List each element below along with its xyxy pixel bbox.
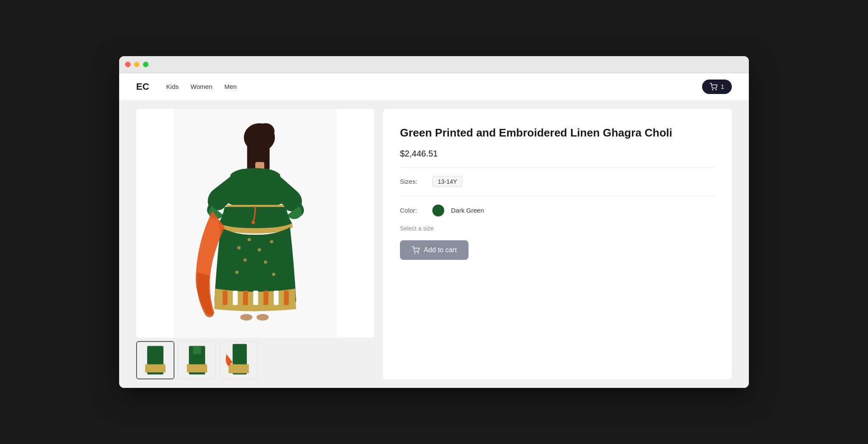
add-to-cart-button[interactable]: Add to cart: [400, 240, 468, 260]
svg-point-21: [235, 270, 239, 274]
svg-rect-35: [228, 364, 249, 373]
select-size-prompt: Select a size: [400, 225, 715, 232]
color-row: Color: Dark Green: [400, 205, 715, 216]
minimize-button[interactable]: [134, 62, 140, 67]
nav-links: Kids Women Men: [166, 83, 702, 90]
svg-point-17: [258, 248, 261, 252]
cart-button[interactable]: 1: [702, 80, 732, 94]
titlebar: [119, 56, 749, 73]
product-title: Green Printed and Embroidered Linen Ghag…: [400, 126, 715, 140]
svg-rect-14: [284, 291, 289, 305]
svg-rect-28: [145, 364, 166, 373]
add-to-cart-label: Add to cart: [424, 246, 457, 254]
divider-1: [400, 167, 715, 168]
svg-point-19: [243, 259, 247, 262]
product-details-panel: Green Printed and Embroidered Linen Ghag…: [383, 109, 732, 379]
svg-rect-9: [233, 291, 238, 305]
sizes-row: Sizes: 13-14Y: [400, 176, 715, 187]
svg-point-37: [418, 253, 419, 253]
svg-point-18: [270, 240, 274, 243]
svg-point-1: [716, 89, 717, 90]
svg-point-0: [712, 89, 713, 90]
svg-rect-32: [193, 346, 201, 354]
thumbnail-1[interactable]: [136, 341, 174, 379]
svg-point-16: [248, 238, 251, 242]
svg-point-22: [272, 273, 275, 276]
svg-rect-13: [274, 291, 279, 305]
main-content: Green Printed and Embroidered Linen Ghag…: [119, 100, 749, 388]
size-value[interactable]: 13-14Y: [432, 176, 463, 187]
product-image-section: [136, 109, 374, 379]
svg-point-25: [257, 314, 269, 320]
svg-rect-31: [187, 364, 207, 373]
color-label: Color:: [400, 207, 425, 214]
thumbnail-strip: [136, 341, 374, 379]
svg-rect-8: [223, 291, 228, 305]
svg-point-20: [264, 260, 267, 264]
svg-point-4: [257, 123, 274, 139]
nav-men[interactable]: Men: [224, 83, 237, 90]
svg-point-24: [240, 314, 252, 320]
thumbnail-3[interactable]: [220, 341, 258, 379]
cart-count: 1: [721, 83, 724, 90]
app-content: EC Kids Women Men 1: [119, 73, 749, 388]
sizes-label: Sizes:: [400, 178, 425, 185]
brand-logo: EC: [136, 81, 149, 92]
svg-point-36: [414, 253, 415, 253]
main-product-image: [136, 109, 374, 338]
product-image-svg: [136, 109, 374, 338]
svg-point-23: [251, 221, 255, 224]
navbar: EC Kids Women Men 1: [119, 73, 749, 100]
divider-2: [400, 196, 715, 196]
thumbnail-2[interactable]: [178, 341, 216, 379]
cart-icon-btn: [412, 246, 420, 254]
cart-icon: [710, 83, 717, 91]
nav-kids[interactable]: Kids: [166, 83, 179, 90]
close-button[interactable]: [125, 62, 131, 67]
maximize-button[interactable]: [143, 62, 148, 67]
svg-rect-11: [253, 291, 258, 305]
nav-women[interactable]: Women: [191, 83, 212, 90]
svg-point-15: [237, 246, 241, 250]
color-swatch[interactable]: [432, 205, 444, 216]
app-window: EC Kids Women Men 1: [119, 56, 749, 388]
svg-rect-10: [243, 291, 248, 305]
color-name: Dark Green: [451, 207, 484, 214]
product-price: $2,446.51: [400, 149, 715, 159]
svg-rect-12: [263, 291, 268, 305]
